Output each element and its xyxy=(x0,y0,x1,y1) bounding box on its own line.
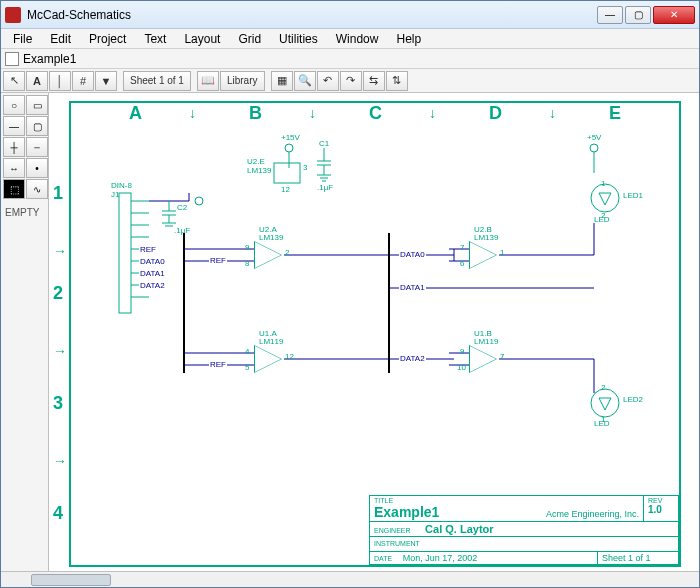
c1-ref: C1 xyxy=(319,139,329,148)
pin: 10 xyxy=(457,363,466,372)
power-label: +15V xyxy=(281,133,300,142)
window-title: McCad-Schematics xyxy=(27,8,597,22)
text-tool-icon[interactable]: A xyxy=(26,71,48,91)
tb-rev-label: REV xyxy=(648,497,674,504)
conn-ref: J1 xyxy=(111,190,119,199)
opamp-u2b xyxy=(469,241,497,269)
tb-inst-label: INSTRUMENT xyxy=(374,540,420,547)
svg-point-32 xyxy=(590,144,598,152)
svg-point-50 xyxy=(591,389,619,417)
opamp-u2a xyxy=(254,241,282,269)
menu-text[interactable]: Text xyxy=(136,30,174,48)
pin: 9 xyxy=(245,243,249,252)
net-data1: DATA1 xyxy=(399,283,426,292)
svg-point-30 xyxy=(285,144,293,152)
circle-tool-icon[interactable]: ○ xyxy=(3,95,25,115)
c2-ref: C2 xyxy=(177,203,187,212)
opamp-u1b xyxy=(469,345,497,373)
canvas-viewport[interactable]: A ↓ B ↓ C ↓ D ↓ E 1 → 2 → 3 → 4 xyxy=(49,93,699,571)
menu-grid[interactable]: Grid xyxy=(230,30,269,48)
pin: 1 xyxy=(500,248,504,257)
grid-fill-icon[interactable]: ▦ xyxy=(271,71,293,91)
led2-ref: LED2 xyxy=(623,395,643,404)
junction-tool-icon[interactable]: ┼ xyxy=(3,137,25,157)
svg-point-48 xyxy=(195,197,203,205)
rotate-right-icon[interactable]: ↷ xyxy=(340,71,362,91)
pointer-tool-icon[interactable]: ↖ xyxy=(3,71,25,91)
svg-point-49 xyxy=(591,184,619,212)
pin: 1 xyxy=(601,179,605,188)
net-data2: DATA2 xyxy=(399,354,426,363)
nav-down-icon[interactable]: ▼ xyxy=(95,71,117,91)
work-area: ○ ▭ — ▢ ┼ ⎓ ↔ • ⬚ ∿ EMPTY A ↓ B ↓ C xyxy=(1,93,699,571)
sheet-indicator[interactable]: Sheet 1 of 1 xyxy=(123,71,191,91)
pin: 7 xyxy=(460,243,464,252)
pin: 6 xyxy=(460,259,464,268)
zoom-icon[interactable]: 🔍 xyxy=(294,71,316,91)
u2e-part: LM139 xyxy=(247,166,271,175)
net-data0: DATA0 xyxy=(399,250,426,259)
label-tool-icon[interactable]: ⎓ xyxy=(26,137,48,157)
parts-bin-label: EMPTY xyxy=(3,207,46,218)
menu-project[interactable]: Project xyxy=(81,30,134,48)
schematic-canvas[interactable]: A ↓ B ↓ C ↓ D ↓ E 1 → 2 → 3 → 4 xyxy=(49,93,689,571)
document-tab-bar: Example1 xyxy=(1,49,699,69)
menu-file[interactable]: File xyxy=(5,30,40,48)
net-data0: DATA0 xyxy=(139,257,166,266)
menu-window[interactable]: Window xyxy=(328,30,387,48)
pin: 9 xyxy=(460,347,464,356)
flip-h-icon[interactable]: ⇆ xyxy=(363,71,385,91)
menu-utilities[interactable]: Utilities xyxy=(271,30,326,48)
scrollbar-thumb[interactable] xyxy=(31,574,111,586)
minimize-button[interactable]: — xyxy=(597,6,623,24)
pin: 2 xyxy=(601,211,605,220)
net-data1: DATA1 xyxy=(139,269,166,278)
svg-rect-0 xyxy=(119,193,131,313)
tb-title-label: TITLE xyxy=(374,497,639,504)
net-tool-icon[interactable]: ↔ xyxy=(3,158,25,178)
title-block: TITLE Example1 Acme Engineering, Inc. RE… xyxy=(369,495,679,565)
u2b-part: LM139 xyxy=(474,233,498,242)
power-tool-icon[interactable]: ⬚ xyxy=(3,179,25,199)
wave-tool-icon[interactable]: ∿ xyxy=(26,179,48,199)
menu-edit[interactable]: Edit xyxy=(42,30,79,48)
tb-engineer: Cal Q. Laytor xyxy=(425,523,493,535)
net-data2: DATA2 xyxy=(139,281,166,290)
flip-v-icon[interactable]: ⇅ xyxy=(386,71,408,91)
document-icon xyxy=(5,52,19,66)
tb-date-label: DATE xyxy=(374,555,392,562)
document-tab[interactable]: Example1 xyxy=(23,52,76,66)
rotate-left-icon[interactable]: ↶ xyxy=(317,71,339,91)
library-button[interactable]: Library xyxy=(220,71,265,91)
tb-eng-label: ENGINEER xyxy=(374,527,411,534)
pin: 4 xyxy=(245,347,249,356)
toolbar: ↖ A │ # ▼ Sheet 1 of 1 📖 Library ▦ 🔍 ↶ ↷… xyxy=(1,69,699,93)
net-ref: REF xyxy=(209,360,227,369)
svg-rect-34 xyxy=(274,163,300,183)
tb-sheet: Sheet 1 of 1 xyxy=(598,552,678,564)
snap-tool-icon[interactable]: # xyxy=(72,71,94,91)
library-book-icon[interactable]: 📖 xyxy=(197,71,219,91)
rect-tool-icon[interactable]: ▭ xyxy=(26,95,48,115)
rect2-tool-icon[interactable]: ▢ xyxy=(26,116,48,136)
menu-help[interactable]: Help xyxy=(388,30,429,48)
bus-tool-icon[interactable]: • xyxy=(26,158,48,178)
u1a-part: LM119 xyxy=(259,337,283,346)
menu-layout[interactable]: Layout xyxy=(176,30,228,48)
led1-ref: LED1 xyxy=(623,191,643,200)
tb-date: Mon, Jun 17, 2002 xyxy=(403,553,478,563)
maximize-button[interactable]: ▢ xyxy=(625,6,651,24)
u1b-part: LM119 xyxy=(474,337,498,346)
net-ref: REF xyxy=(209,256,227,265)
conn-type: DIN-8 xyxy=(111,181,132,190)
horizontal-scrollbar[interactable] xyxy=(1,571,699,587)
line-tool-icon[interactable]: │ xyxy=(49,71,71,91)
close-button[interactable]: ✕ xyxy=(653,6,695,24)
tb-rev: 1.0 xyxy=(648,504,674,515)
menubar: File Edit Project Text Layout Grid Utili… xyxy=(1,29,699,49)
c2-val: .1µF xyxy=(174,226,190,235)
tb-company: Acme Engineering, Inc. xyxy=(546,509,639,519)
pin: 12 xyxy=(285,352,294,361)
hline-tool-icon[interactable]: — xyxy=(3,116,25,136)
pin: 5 xyxy=(245,363,249,372)
